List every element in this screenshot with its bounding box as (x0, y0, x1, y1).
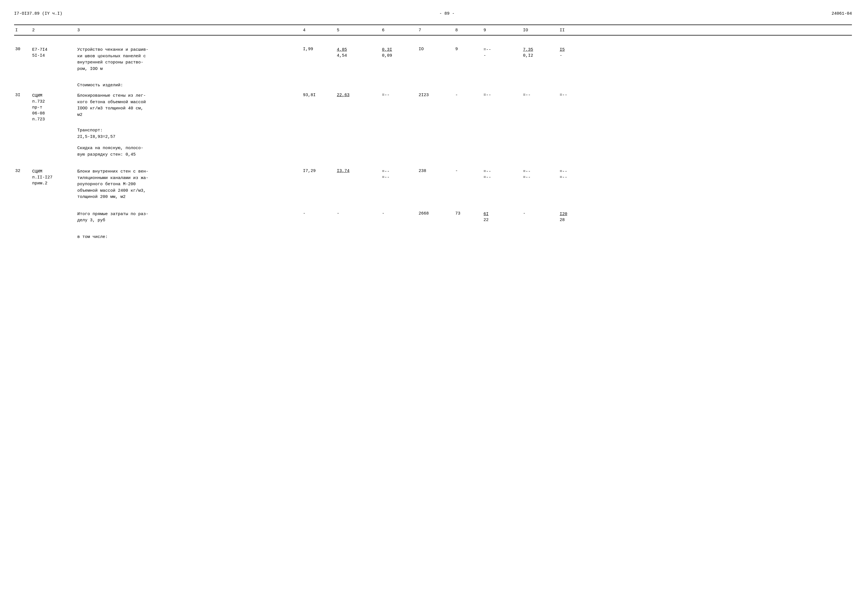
table-row-label: Скидка на поясную, полосо- вую разрядку … (14, 145, 852, 159)
col8-val: 9 (454, 46, 482, 52)
row-num: 3I (14, 92, 31, 98)
row-num: 30 (14, 46, 31, 52)
col6-val: 0,3I 0,09 (381, 46, 417, 59)
col4-val: 93,8I (302, 92, 336, 98)
col-8-header: 8 (454, 28, 482, 33)
table-row-label: Транспорт: 2I,5-I8,93=2,57 (14, 127, 852, 141)
col-3-header: 3 (76, 28, 302, 33)
cost-label: Стоимость изделий: (76, 82, 302, 88)
page-header: I7-OI37.89 (IY ч.I) - 89 - 24061-04 (14, 11, 852, 16)
table-row: 32 СЦИМ п.II-I27 прим.2 Блоки внутренних… (14, 168, 852, 201)
col-9-header: 9 (482, 28, 522, 33)
column-headers: I 2 3 4 5 6 7 8 9 IO II (14, 28, 852, 36)
col-1-header: I (14, 28, 31, 33)
col10-val: =-- (522, 92, 559, 98)
col7-val: 238 (417, 168, 454, 174)
col4-val: I7,29 (302, 168, 336, 174)
col11-val: I5 - (559, 46, 595, 59)
table-row: 30 E7-7I4 5I-I4 Устройство чеканки и рас… (14, 46, 852, 73)
col4-val: I,99 (302, 46, 336, 52)
col9-total: 6I 22 (482, 211, 522, 223)
total-label: Итого прямые затраты по раз- делу 3, руб (76, 211, 302, 225)
col-2-header: 2 (31, 28, 76, 33)
col5-val: 22,63 (336, 92, 381, 98)
table-row-label: в том числе: (14, 234, 852, 240)
row-code: СЦИМ п.II-I27 прим.2 (31, 168, 76, 187)
col7-total: 2668 (417, 211, 454, 217)
header-left: I7-OI37.89 (IY ч.I) (14, 11, 62, 16)
col10-val: 7,35 0,I2 (522, 46, 559, 59)
header-right: 24061-04 (831, 11, 852, 16)
row-code: E7-7I4 5I-I4 (31, 46, 76, 59)
row-desc: Блокированные стены из лег- кого бетона … (76, 92, 302, 119)
col8-total: 73 (454, 211, 482, 217)
row-code: СЦИМ п.732 пр-т 06-08 п.723 (31, 92, 76, 123)
header-center: - 89 - (439, 11, 455, 16)
col7-val: 2I23 (417, 92, 454, 98)
col-4-header: 4 (302, 28, 336, 33)
row-num: 32 (14, 168, 31, 174)
col5-total: - (336, 211, 381, 217)
col5-val: 4,85 4,54 (336, 46, 381, 59)
col-11-header: II (559, 28, 595, 33)
col8-val: - (454, 168, 482, 174)
transport-label: Транспорт: 2I,5-I8,93=2,57 (76, 127, 302, 141)
col10-val: =-- =-- (522, 168, 559, 181)
col-10-header: IO (522, 28, 559, 33)
col-5-header: 5 (336, 28, 381, 33)
table-top-border (14, 25, 852, 25)
col-7-header: 7 (417, 28, 454, 33)
col6-total: - (381, 211, 417, 217)
discount-label: Скидка на поясную, полосо- вую разрядку … (76, 145, 302, 159)
col9-val: =-- (482, 92, 522, 98)
col-6-header: 6 (381, 28, 417, 33)
col10-total: - (522, 211, 559, 217)
col7-val: IO (417, 46, 454, 52)
table-row-total: Итого прямые затраты по раз- делу 3, руб… (14, 211, 852, 225)
row-desc: Блоки внутренних стен с вен- тиляционным… (76, 168, 302, 201)
col5-val: I3,74 (336, 168, 381, 174)
col11-val: =-- =-- (559, 168, 595, 181)
table-row-label: Стоимость изделий: (14, 82, 852, 88)
col4-total: - (302, 211, 336, 217)
col6-val: =-- (381, 92, 417, 98)
col6-val: =-- =-- (381, 168, 417, 181)
col11-val: =-- (559, 92, 595, 98)
col9-val: =-- =-- (482, 168, 522, 181)
in-particular-label: в том числе: (76, 234, 302, 240)
main-table: I 2 3 4 5 6 7 8 9 IO II 30 E7-7I4 5I-I4 … (14, 25, 852, 240)
table-row: 3I СЦИМ п.732 пр-т 06-08 п.723 Блокирова… (14, 92, 852, 123)
col8-val: - (454, 92, 482, 98)
col11-total: I20 28 (559, 211, 595, 223)
col9-val: =-- - (482, 46, 522, 59)
row-desc: Устройство чеканки и расшив- ки швов цок… (76, 46, 302, 73)
